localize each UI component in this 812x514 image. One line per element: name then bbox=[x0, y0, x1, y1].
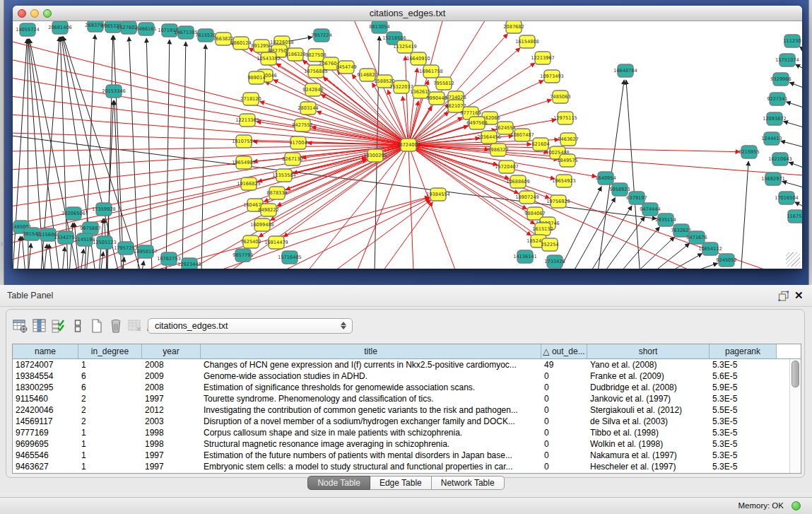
tab-network-table[interactable]: Network Table bbox=[432, 476, 505, 490]
graph-node[interactable]: 12975115 bbox=[553, 112, 577, 124]
float-window-icon[interactable] bbox=[778, 291, 789, 302]
graph-node[interactable]: 8186328 bbox=[285, 48, 305, 61]
column-header-year[interactable]: year bbox=[142, 344, 201, 358]
new-file-icon[interactable] bbox=[88, 317, 105, 334]
column-header-pagerank[interactable]: pagerank bbox=[710, 344, 777, 358]
graph-node[interactable]: 1733426 bbox=[544, 255, 565, 268]
graph-node[interactable]: 19654923 bbox=[552, 175, 576, 187]
column-header-name[interactable]: name bbox=[13, 344, 78, 358]
column-header-in_degree[interactable]: in_degree bbox=[78, 344, 142, 358]
table-row[interactable]: 1456911722003Disruption of a novel membe… bbox=[13, 416, 801, 427]
graph-node[interactable]: 6497568 bbox=[466, 117, 487, 129]
graph-node[interactable]: 2935114 bbox=[655, 214, 676, 226]
column-header-out_de[interactable]: △ out_de... bbox=[541, 344, 587, 358]
graph-node[interactable]: 8454749 bbox=[336, 61, 356, 74]
show-columns-icon[interactable] bbox=[31, 317, 48, 334]
graph-node[interactable]: 8215955 bbox=[739, 146, 759, 158]
graph-node[interactable]: 20206506 bbox=[61, 207, 86, 220]
graph-node[interactable]: 8813054 bbox=[369, 21, 389, 33]
graph-node[interactable]: 12093872 bbox=[763, 112, 787, 125]
graph-node[interactable]: 19654985 bbox=[232, 156, 256, 169]
graph-node[interactable]: 14136141 bbox=[513, 250, 537, 263]
graph-node[interactable]: 9990448 bbox=[426, 92, 447, 105]
graph-node[interactable]: 1615132 bbox=[532, 223, 553, 235]
graph-node[interactable]: 16648784 bbox=[613, 64, 637, 77]
network-canvas[interactable]: 1872400714055724206914062693794106532871… bbox=[13, 21, 802, 269]
graph-node[interactable]: 9463627 bbox=[558, 133, 578, 146]
graph-node[interactable]: 6379197 bbox=[626, 192, 647, 204]
graph-node[interactable]: 111230 bbox=[783, 35, 801, 47]
graph-node[interactable]: 18107554 bbox=[232, 135, 256, 148]
graph-node[interactable]: 20691406 bbox=[48, 21, 72, 34]
table-selector-dropdown[interactable]: citations_edges.txt bbox=[148, 318, 353, 334]
window-close-button[interactable] bbox=[18, 9, 26, 18]
scrollbar-thumb[interactable] bbox=[792, 361, 799, 387]
graph-node[interactable]: 8878334 bbox=[266, 187, 287, 199]
graph-node[interactable]: 989014 bbox=[247, 71, 265, 84]
graph-node[interactable]: 9860124 bbox=[230, 37, 251, 49]
tab-edge-table[interactable]: Edge Table bbox=[370, 476, 432, 490]
graph-node[interactable]: 7625402 bbox=[240, 235, 261, 248]
graph-node[interactable]: 16154808 bbox=[515, 35, 539, 48]
vertical-scrollbar[interactable] bbox=[789, 359, 800, 473]
graph-node[interactable]: 15692971 bbox=[761, 173, 785, 185]
graph-node[interactable]: 9227341 bbox=[767, 93, 787, 105]
graph-node[interactable]: 8427552 bbox=[292, 119, 312, 132]
graph-node[interactable]: 15720407 bbox=[495, 160, 519, 173]
network-window-titlebar[interactable]: citations_edges.txt bbox=[13, 6, 802, 21]
table-row[interactable]: 911546021997Tourette syndrome. Phenomeno… bbox=[13, 393, 801, 404]
graph-node[interactable]: 7955812 bbox=[433, 77, 454, 90]
graph-node[interactable]: 16914479 bbox=[264, 236, 288, 249]
graph-node[interactable]: 9857791 bbox=[233, 249, 253, 262]
graph-node[interactable]: 2718120 bbox=[240, 93, 261, 105]
graph-node[interactable]: 12505123 bbox=[93, 236, 117, 249]
graph-node[interactable]: 8267130 bbox=[282, 153, 302, 165]
table-row[interactable]: 2242004622012Investigating the contribut… bbox=[13, 404, 801, 416]
graph-node[interactable]: 12923448 bbox=[177, 258, 201, 269]
panel-collapse-arrow-icon[interactable] bbox=[1, 241, 4, 247]
window-minimize-button[interactable] bbox=[30, 9, 39, 18]
graph-node[interactable]: 116753 bbox=[787, 210, 802, 223]
graph-node[interactable]: 2803144 bbox=[298, 102, 318, 115]
select-all-columns-icon[interactable] bbox=[50, 317, 67, 334]
graph-node[interactable]: 16210643 bbox=[768, 153, 792, 165]
window-zoom-button[interactable] bbox=[43, 9, 52, 18]
delete-rows-icon[interactable] bbox=[107, 317, 124, 334]
graph-node[interactable]: 19166825 bbox=[237, 177, 261, 190]
graph-node[interactable]: 2087682 bbox=[503, 21, 524, 33]
graph-node[interactable]: 9242848 bbox=[302, 83, 323, 96]
delete-table-icon[interactable] bbox=[126, 317, 143, 334]
graph-node[interactable]: 14055724 bbox=[16, 23, 40, 36]
graph-node[interactable]: 16961758 bbox=[419, 65, 443, 78]
table-row[interactable]: 969969511998Structural magnetic resonanc… bbox=[13, 438, 801, 450]
graph-node[interactable]: 1640954 bbox=[595, 172, 616, 185]
graph-node[interactable]: 8471676 bbox=[686, 231, 707, 244]
graph-node[interactable]: 5958923 bbox=[609, 183, 630, 196]
table-row[interactable]: 946554611997Estimation of the future num… bbox=[13, 450, 801, 461]
close-panel-icon[interactable]: ✕ bbox=[794, 290, 805, 301]
graph-node[interactable]: 16640910 bbox=[406, 52, 430, 65]
graph-node[interactable]: 1244413 bbox=[761, 132, 782, 145]
graph-node[interactable]: 10973493 bbox=[540, 70, 564, 83]
table-row[interactable]: 977716911998Corpus callosum shape and si… bbox=[13, 427, 801, 438]
window-resize-grip[interactable] bbox=[786, 252, 800, 267]
graph-node[interactable]: 9245052 bbox=[716, 254, 736, 267]
graph-node[interactable]: 252254 bbox=[541, 238, 558, 251]
graph-node[interactable]: 1849575 bbox=[557, 154, 577, 167]
graph-node[interactable]: 417004 bbox=[289, 136, 307, 149]
graph-node[interactable]: 11353584 bbox=[272, 169, 296, 182]
table-row[interactable]: 946362711997Embryonic stem cells: a mode… bbox=[13, 461, 801, 472]
table-row[interactable]: 1938455462009Genome-wide association stu… bbox=[13, 370, 801, 382]
graph-node[interactable]: 9329966 bbox=[770, 73, 791, 86]
table-settings-icon[interactable] bbox=[12, 317, 29, 334]
graph-node[interactable]: 7986322 bbox=[488, 144, 508, 156]
column-header-short[interactable]: short bbox=[587, 344, 710, 358]
column-header-title[interactable]: title bbox=[201, 344, 541, 358]
graph-node[interactable]: 8498222 bbox=[258, 204, 278, 216]
graph-node[interactable]: 6466161 bbox=[136, 23, 156, 35]
citation-network-graph[interactable]: 1872400714055724206914062693794106532871… bbox=[13, 21, 802, 269]
graph-node[interactable]: 7485063 bbox=[550, 90, 570, 103]
graph-node[interactable]: 12213363 bbox=[235, 114, 259, 127]
table-row[interactable]: 1872400712008Changes of HCN gene express… bbox=[13, 359, 801, 370]
graph-node[interactable]: 12213967 bbox=[531, 52, 555, 64]
